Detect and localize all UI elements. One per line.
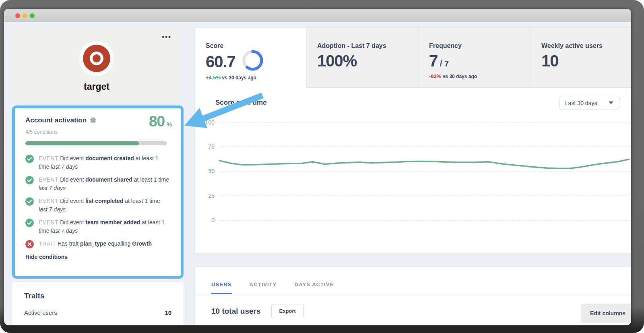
- minimize-window-button[interactable]: [23, 13, 27, 18]
- users-tab-activity[interactable]: ACTIVITY: [250, 281, 277, 294]
- score-line-chart: 0255075100: [195, 112, 631, 233]
- svg-text:100: 100: [205, 119, 215, 126]
- chart-title: Score over time: [215, 99, 267, 107]
- edit-columns-button[interactable]: Edit columns: [581, 304, 631, 323]
- pass-check-icon: [25, 176, 34, 184]
- users-panel-tabs: USERSACTIVITYDAYS ACTIVE: [195, 267, 631, 294]
- pass-check-icon: [25, 197, 34, 206]
- account-activation-card: Account activation 4/5 conditions 80 % E…: [12, 105, 184, 279]
- frequency-label: Frequency: [429, 42, 530, 50]
- svg-text:25: 25: [208, 192, 215, 199]
- condition-row: EVENTDid event document created at least…: [25, 154, 170, 171]
- metric-tabs: Score 60.7 +4.5% vs 30 days ago Adoption…: [195, 27, 631, 88]
- chevron-down-icon: [609, 101, 613, 104]
- users-tab-days-active[interactable]: DAYS ACTIVE: [294, 281, 334, 294]
- score-line-series: [219, 159, 629, 168]
- frequency-value: 7 / 7: [429, 52, 530, 70]
- condition-row: TRAITHas trait plan_type equalling Growt…: [25, 240, 170, 248]
- svg-text:50: 50: [208, 168, 215, 174]
- conditions-list: EVENTDid event document created at least…: [25, 154, 170, 248]
- gear-icon[interactable]: [90, 117, 97, 125]
- zoom-window-button[interactable]: [30, 13, 35, 18]
- condition-row: EVENTDid event team member added at leas…: [25, 218, 170, 235]
- app-window: ••• target Account activation 4/5 condit…: [4, 9, 631, 325]
- pass-check-icon: [25, 155, 34, 163]
- traits-title: Traits: [24, 292, 171, 300]
- tab-weekly-active-users[interactable]: Weekly active users 10: [531, 27, 631, 88]
- adoption-value: 100%: [317, 52, 418, 70]
- condition-row: EVENTDid event list completed at least 1…: [25, 197, 170, 214]
- date-range-value: Last 30 days: [565, 100, 597, 106]
- condition-row: EVENTDid event document shared at least …: [25, 176, 170, 192]
- svg-text:0: 0: [211, 217, 215, 223]
- account-logo: [79, 41, 114, 76]
- account-summary-card: ••• target: [13, 27, 180, 101]
- score-delta: +4.5% vs 30 days ago: [206, 74, 306, 81]
- account-options-menu[interactable]: •••: [162, 33, 171, 41]
- wau-label: Weekly active users: [541, 42, 631, 50]
- pass-check-icon: [25, 219, 34, 227]
- adoption-label: Adoption - Last 7 days: [317, 42, 418, 50]
- date-range-dropdown[interactable]: Last 30 days: [559, 96, 619, 110]
- total-users-count: 10 total users: [211, 307, 261, 316]
- fail-x-icon: [25, 240, 34, 248]
- screenshot-frame: ••• target Account activation 4/5 condit…: [0, 0, 644, 333]
- export-button[interactable]: Export: [271, 304, 304, 318]
- hide-conditions-link[interactable]: Hide conditions: [25, 254, 170, 260]
- tab-score[interactable]: Score 60.7 +4.5% vs 30 days ago: [195, 27, 307, 88]
- traits-card: Traits Active users10: [12, 282, 184, 325]
- svg-text:75: 75: [208, 143, 215, 150]
- wau-value: 10: [541, 52, 631, 70]
- window-titlebar: [4, 9, 631, 22]
- frequency-delta: -93% vs 30 days ago: [429, 73, 530, 79]
- account-name: target: [13, 81, 180, 92]
- activation-title: Account activation: [25, 116, 87, 124]
- score-over-time-card: Score over time Last 30 days 0255075100: [195, 88, 631, 254]
- score-donut-icon: [242, 50, 264, 71]
- activation-progress-bar: [25, 141, 167, 145]
- trait-label: Active users: [24, 309, 57, 316]
- tab-adoption[interactable]: Adoption - Last 7 days 100%: [307, 27, 419, 88]
- close-window-button[interactable]: [15, 13, 20, 18]
- users-panel: USERSACTIVITYDAYS ACTIVE 10 total users …: [195, 267, 631, 325]
- users-tab-users[interactable]: USERS: [211, 281, 232, 294]
- tab-frequency[interactable]: Frequency 7 / 7 -93% vs 30 days ago: [419, 27, 531, 88]
- activation-percent: 80 %: [149, 113, 172, 130]
- score-label: Score: [206, 42, 306, 50]
- trait-row: Active users10: [24, 309, 171, 316]
- trait-value: 10: [165, 309, 171, 316]
- activation-conditions-count: 4/5 conditions: [25, 129, 170, 135]
- score-value: 60.7: [206, 53, 235, 71]
